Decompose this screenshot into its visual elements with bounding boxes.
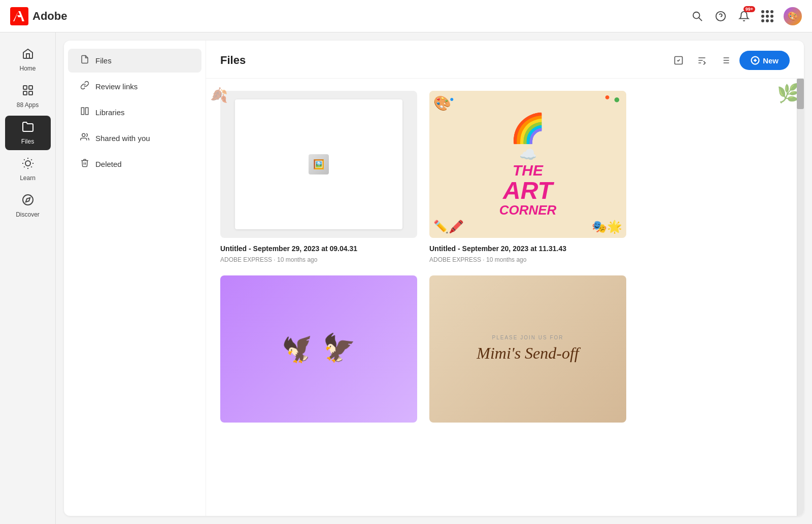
help-icon[interactable]	[714, 9, 728, 23]
content-panel: Files Review links	[56, 32, 812, 524]
svg-rect-5	[23, 86, 27, 89]
new-button[interactable]: New	[739, 51, 790, 70]
art-corner-design: 🎨 ● ● ● 🌈 ☁️ THE ART	[429, 91, 626, 238]
card-nav: Files Review links	[64, 41, 206, 516]
file-card-3[interactable]: 🦅 🦅	[220, 275, 417, 429]
search-icon[interactable]	[690, 9, 704, 23]
nav-files-icon	[80, 55, 89, 66]
nav-item-review-links[interactable]: Review links	[68, 75, 201, 98]
select-all-button[interactable]	[669, 51, 688, 69]
svg-line-17	[31, 159, 31, 160]
sidebar-learn-label: Learn	[20, 174, 36, 182]
files-area: Files	[206, 41, 804, 516]
sidebar-item-discover[interactable]: Discover	[5, 189, 51, 223]
svg-rect-20	[81, 108, 84, 115]
svg-point-1	[693, 12, 700, 18]
file-1-meta: ADOBE EXPRESS · 10 months ago	[220, 256, 417, 263]
nav-review-icon	[80, 81, 89, 92]
nav-deleted-label: Deleted	[95, 160, 122, 168]
art-title-art: ART	[503, 179, 553, 203]
inner-card: Files Review links	[64, 41, 804, 516]
file-thumb-1: 🖼️	[220, 91, 417, 238]
left-sidebar: Home 88 Apps Files	[0, 32, 56, 524]
adobe-logo[interactable]: Adobe	[10, 7, 67, 25]
files-icon	[22, 121, 34, 136]
file-2-meta: ADOBE EXPRESS · 10 months ago	[429, 256, 626, 263]
list-view-button[interactable]	[716, 51, 734, 69]
files-grid-wrapper[interactable]: 🖼️ Untitled - September 29, 2023 at 09.0…	[206, 79, 804, 516]
file-thumb-3: 🦅 🦅	[220, 275, 417, 423]
file-card-2[interactable]: 🎨 ● ● ● 🌈 ☁️ THE ART	[429, 91, 626, 263]
nav-item-deleted[interactable]: Deleted	[68, 152, 201, 176]
sidebar-item-learn[interactable]: Learn	[5, 152, 51, 187]
svg-line-13	[31, 166, 31, 167]
nav-item-libraries[interactable]: Libraries	[68, 100, 201, 124]
svg-line-16	[24, 166, 24, 167]
scroll-thumb[interactable]	[797, 79, 804, 109]
sidebar-discover-label: Discover	[16, 211, 40, 218]
header-right: 99+ 🎨	[690, 7, 802, 25]
avatar[interactable]: 🎨	[784, 7, 802, 25]
svg-rect-7	[23, 91, 27, 95]
nav-libraries-icon	[80, 107, 89, 118]
header: Adobe 99+	[0, 0, 812, 32]
sidebar-item-apps[interactable]: 88 Apps	[5, 79, 51, 114]
nav-deleted-icon	[80, 158, 89, 170]
nav-libraries-label: Libraries	[95, 108, 125, 117]
file-thumb-2: 🎨 ● ● ● 🌈 ☁️ THE ART	[429, 91, 626, 238]
file-2-name: Untitled - September 20, 2023 at 11.31.4…	[429, 244, 626, 254]
svg-line-12	[24, 159, 24, 160]
file-1-name: Untitled - September 29, 2023 at 09.04.3…	[220, 244, 417, 254]
svg-rect-21	[86, 108, 88, 115]
svg-rect-6	[29, 86, 32, 89]
files-title: Files	[220, 54, 246, 67]
purple-design: 🦅 🦅	[220, 275, 417, 423]
adobe-icon	[10, 7, 28, 25]
apps-icon	[22, 84, 34, 99]
svg-line-2	[699, 18, 702, 21]
nav-shared-label: Shared with you	[95, 134, 150, 143]
art-title-the: THE	[513, 162, 543, 179]
art-title-corner: CORNER	[499, 203, 557, 218]
files-grid: 🖼️ Untitled - September 29, 2023 at 09.0…	[220, 91, 626, 429]
sidebar-files-label: Files	[21, 138, 34, 145]
file-card-4[interactable]: 🌿 🍂 PLEASE JOIN US FOR Mimi's Send-off	[429, 275, 626, 429]
adobe-brand-text: Adobe	[32, 10, 67, 23]
sidebar-home-label: Home	[19, 65, 36, 72]
notifications-wrapper[interactable]: 99+	[737, 9, 751, 23]
home-icon	[22, 48, 34, 63]
files-header: Files	[206, 41, 804, 79]
nav-files-label: Files	[95, 56, 112, 65]
scroll-indicator[interactable]	[797, 79, 804, 516]
sidebar-apps-label: 88 Apps	[17, 101, 39, 109]
sidebar-item-home[interactable]: Home	[5, 43, 51, 77]
new-button-label: New	[763, 56, 779, 65]
svg-marker-19	[25, 198, 29, 202]
svg-point-22	[82, 133, 85, 136]
files-actions: New	[669, 51, 790, 70]
nav-item-shared[interactable]: Shared with you	[68, 126, 201, 150]
apps-grid-icon[interactable]	[760, 9, 774, 23]
svg-point-9	[25, 161, 30, 166]
discover-icon	[22, 194, 34, 209]
header-left: Adobe	[10, 7, 67, 25]
svg-point-18	[23, 195, 33, 205]
sidebar-item-files[interactable]: Files	[5, 116, 51, 150]
main-layout: Home 88 Apps Files	[0, 32, 812, 524]
nav-shared-icon	[80, 132, 89, 144]
sendoff-design: 🌿 🍂 PLEASE JOIN US FOR Mimi's Send-off	[429, 275, 626, 423]
nav-review-label: Review links	[95, 82, 138, 91]
sort-button[interactable]	[693, 51, 711, 69]
notification-badge: 99+	[743, 6, 755, 12]
svg-rect-8	[29, 91, 32, 95]
nav-item-files[interactable]: Files	[68, 49, 201, 73]
file-thumb-4: 🌿 🍂 PLEASE JOIN US FOR Mimi's Send-off	[429, 275, 626, 423]
file-thumb-inner-1: 🖼️	[235, 99, 402, 229]
file-card-1[interactable]: 🖼️ Untitled - September 29, 2023 at 09.0…	[220, 91, 417, 263]
learn-icon	[22, 157, 34, 172]
